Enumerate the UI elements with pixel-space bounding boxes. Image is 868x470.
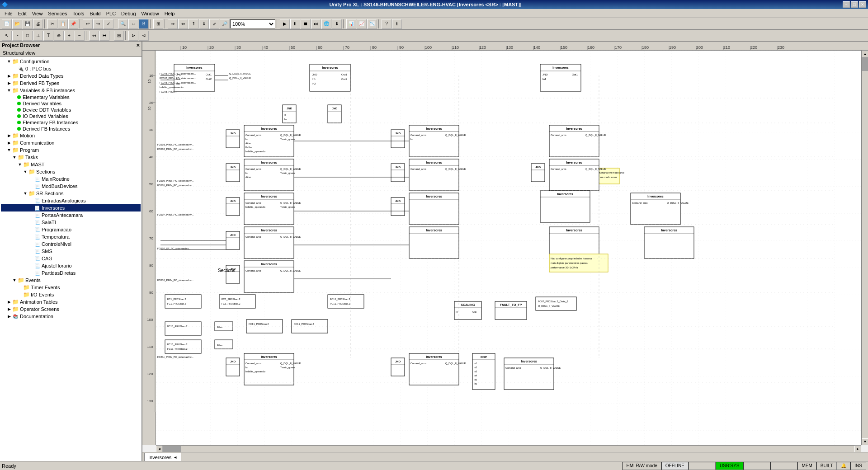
scroll-up-button[interactable]: ▲ [862, 51, 868, 57]
undo-button[interactable]: ↩ [83, 19, 93, 29]
toggle-program[interactable]: ▼ [6, 148, 12, 152]
tree-item-elem-vars[interactable]: Elementary Variables [1, 94, 141, 100]
scroll-down-button[interactable]: ▼ [862, 438, 868, 445]
print-button[interactable]: 🖨 [33, 19, 43, 29]
arr3-button[interactable]: ⇑ [189, 19, 198, 29]
arr1-button[interactable]: ⇒ [168, 19, 178, 29]
tree-item-timer-events[interactable]: 📁 Timer Events [1, 284, 141, 291]
tree-item-program[interactable]: ▼ 📁 Program [1, 146, 141, 154]
menu-build[interactable]: Build [87, 10, 103, 17]
toggle-tasks[interactable]: ▼ [12, 155, 17, 160]
tree-item-salati[interactable]: 📃 SalaTI [1, 219, 141, 226]
scroll-thumb-v[interactable] [862, 57, 868, 71]
tree-item-entradas-analogicas[interactable]: 📃 EntradasAnalogicas [1, 197, 141, 204]
tree-item-temperatura[interactable]: 📃 Temperatura [1, 233, 141, 240]
check-button[interactable]: ✓ [104, 19, 113, 29]
toggle-derived-fb[interactable]: ▶ [6, 81, 12, 85]
tree-item-sr-sections[interactable]: ▼ 📁 SR Sections [1, 190, 141, 197]
diagram-area[interactable]: Inversores JND In1 In2 Out1 Out2 [156, 51, 861, 445]
toggle-sr-sections[interactable]: ▼ [23, 191, 28, 196]
menu-plc[interactable]: PLC [104, 10, 118, 17]
tree-item-io-events[interactable]: 📁 I/O Events [1, 291, 141, 298]
tree-item-derived-vars[interactable]: Derived Variables [1, 100, 141, 107]
tree-item-plcbus[interactable]: 🔌 0 : PLC bus [1, 65, 141, 72]
search-icon-btn[interactable]: 🔎 [220, 19, 230, 29]
text-button[interactable]: T [43, 31, 53, 41]
online-button[interactable]: 🌐 [321, 19, 331, 29]
menu-window[interactable]: Window [139, 10, 162, 17]
tree-item-mainroutine[interactable]: 📃 MainRoutine [1, 175, 141, 183]
tab-close-icon[interactable]: ◄ [173, 455, 177, 460]
download-button[interactable]: ⬇ [332, 19, 342, 29]
arr5-button[interactable]: ⇙ [209, 19, 219, 29]
zoom-dropdown[interactable]: 100% 75% 50% 150% [230, 19, 275, 28]
tree-item-communication[interactable]: ▶ 📁 Communication [1, 139, 141, 146]
arr2-button[interactable]: ⇔ [178, 19, 188, 29]
zoom-in-button[interactable]: + [64, 31, 74, 41]
tree-item-io-derived[interactable]: IO Derived Variables [1, 113, 141, 119]
tree-item-mast[interactable]: ▼ 📁 MAST [1, 161, 141, 168]
copy-button[interactable]: 📋 [58, 19, 68, 29]
tab-inversores[interactable]: Inversores ◄ [144, 453, 181, 461]
toggle-variables[interactable]: ▼ [6, 88, 12, 93]
tree-item-partidasdiretas[interactable]: 📃 PartidasDiretas [1, 269, 141, 277]
link-button[interactable]: ⊕ [54, 31, 64, 41]
align-right-button[interactable]: ↦ [99, 31, 109, 41]
tree-item-ajustehorario[interactable]: 📃 AjusteHorario [1, 262, 141, 269]
restore-button[interactable]: □ [851, 1, 858, 8]
tree-item-operator[interactable]: ▶ 📁 Operator Screens [1, 306, 141, 313]
pause-button[interactable]: ⏸ [290, 19, 300, 29]
toggle-mast[interactable]: ▼ [17, 162, 23, 167]
blue-btn[interactable]: B [139, 19, 149, 29]
menu-debug[interactable]: Debug [118, 10, 138, 17]
scroll-thumb-h[interactable] [163, 446, 181, 452]
v-scrollbar[interactable]: ▲ ▼ [861, 51, 868, 445]
replace-button[interactable]: ↔ [128, 19, 138, 29]
toggle-communication[interactable]: ▶ [6, 141, 12, 145]
tree-item-configuration[interactable]: ▼ 📁 Configuration [1, 58, 141, 65]
minimize-button[interactable]: − [843, 1, 850, 8]
tree-item-events[interactable]: ▼ 📁 Events [1, 277, 141, 284]
toggle-animation[interactable]: ▶ [6, 300, 12, 304]
tree-item-animation[interactable]: ▶ 📁 Animation Tables [1, 298, 141, 306]
expand-button[interactable]: ⊳ [128, 31, 138, 41]
tree-item-elem-fb-inst[interactable]: Elementary FB Instances [1, 119, 141, 126]
cut-button[interactable]: ✂ [47, 19, 57, 29]
tree-item-variables[interactable]: ▼ 📁 Variables & FB instances [1, 87, 141, 94]
tree-item-derived-fb[interactable]: ▶ 📁 Derived FB Types [1, 80, 141, 87]
block-button[interactable]: □ [23, 31, 33, 41]
menu-services[interactable]: Services [45, 10, 70, 17]
menu-edit[interactable]: Edit [15, 10, 29, 17]
scroll-left-button[interactable]: ◄ [156, 446, 163, 452]
menu-tools[interactable]: Tools [70, 10, 87, 17]
scroll-right-button[interactable]: ► [854, 446, 861, 452]
tree-item-programacao[interactable]: 📃 Programacao [1, 226, 141, 233]
tree-item-derived-data[interactable]: ▶ 📁 Derived Data Types [1, 72, 141, 80]
select-button[interactable]: ↖ [2, 31, 12, 41]
tree-item-motion[interactable]: ▶ 📁 Motion [1, 132, 141, 139]
menu-help[interactable]: Help [162, 10, 178, 17]
run-button[interactable]: ▶ [280, 19, 290, 29]
tree-item-cag[interactable]: 📃 CAG [1, 255, 141, 262]
stop-button[interactable]: ⏹ [301, 19, 311, 29]
h-scrollbar[interactable]: ◄ ► [156, 445, 861, 452]
tree-item-tasks[interactable]: ▼ 📁 Tasks [1, 154, 141, 161]
menu-view[interactable]: View [29, 10, 46, 17]
step-button[interactable]: ⏭ [311, 19, 321, 29]
tree-item-inversores[interactable]: 📃 Inversores [1, 204, 141, 212]
menu-file[interactable]: File [2, 10, 15, 17]
grid-snap-button[interactable]: ⊞ [114, 31, 124, 41]
monitor-button[interactable]: 📊 [346, 19, 356, 29]
arr4-button[interactable]: ⇓ [199, 19, 209, 29]
new-button[interactable]: 📄 [2, 19, 12, 29]
wire-button[interactable]: ~ [12, 31, 22, 41]
contact-button[interactable]: ⊥ [33, 31, 43, 41]
toggle-documentation[interactable]: ▶ [6, 314, 12, 319]
toggle-motion[interactable]: ▶ [6, 133, 12, 138]
tree-item-sections[interactable]: ▼ 📁 Sections [1, 168, 141, 175]
structural-view-tab[interactable]: Structural view [0, 49, 142, 57]
find-button[interactable]: 🔍 [118, 19, 128, 29]
tree-item-portas[interactable]: 📃 PortasAntecamara [1, 212, 141, 219]
paste-button[interactable]: 📌 [68, 19, 78, 29]
save-button[interactable]: 💾 [23, 19, 33, 29]
